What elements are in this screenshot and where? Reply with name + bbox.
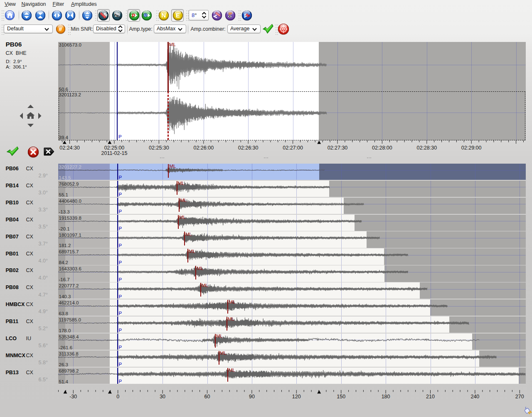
svg-text:P: P — [132, 12, 135, 18]
svg-text:IP: IP — [229, 11, 232, 15]
svg-text:C: C — [119, 15, 121, 19]
